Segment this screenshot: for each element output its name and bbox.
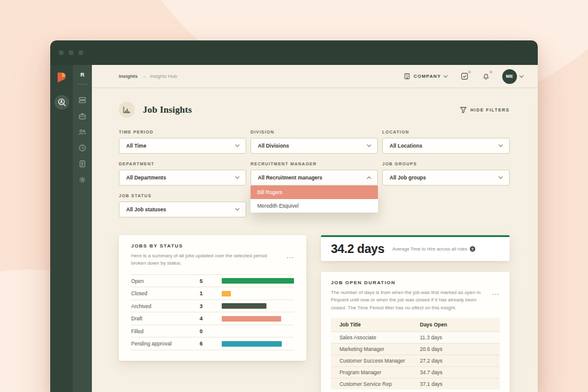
hide-filters-label: HIDE FILTERS	[470, 108, 510, 112]
card-menu-button[interactable]: ···	[492, 292, 500, 298]
chevron-down-icon	[235, 175, 239, 179]
card-title: JOB OPEN DURATION	[331, 280, 500, 285]
topbar: Insights → Insights Hub COMPANY	[92, 65, 538, 88]
clock-icon[interactable]	[78, 140, 86, 156]
gear-icon[interactable]	[78, 172, 86, 187]
job-groups-select[interactable]: All Job groups	[382, 170, 510, 186]
status-label: Filled	[131, 328, 200, 334]
chevron-down-icon	[499, 175, 503, 179]
pinpoint-logo-icon[interactable]	[56, 72, 67, 86]
status-count: 5	[200, 278, 222, 284]
briefcase-icon[interactable]	[78, 108, 86, 124]
days-open-cell: 34.7 days	[420, 369, 491, 375]
breadcrumb-insights-hub[interactable]: Insights Hub	[150, 74, 177, 79]
chevron-down-icon	[499, 143, 503, 147]
days-open-cell: 37.1 days	[420, 381, 491, 387]
hide-filters-button[interactable]: HIDE FILTERS	[460, 107, 510, 113]
card-description: The number of days is from when the job …	[331, 289, 492, 312]
status-count: 0	[200, 328, 222, 334]
filter-recruitment-manager: RECRUITMENT MANAGER All Recruitment mana…	[251, 162, 378, 186]
window-control-dot[interactable]	[78, 50, 83, 55]
help-icon[interactable]: ?	[470, 246, 475, 252]
filter-time-period: TIME PERIOD All Time	[119, 130, 246, 154]
filter-label: DEPARTMENT	[119, 162, 246, 166]
division-select[interactable]: All Divisions	[251, 138, 378, 154]
select-value: All Locations	[390, 143, 422, 149]
chevron-down-icon	[443, 74, 448, 78]
user-menu-button[interactable]: ME	[502, 69, 523, 84]
filter-label: JOB GROUPS	[382, 162, 510, 166]
job-open-duration-table: Job Title Days Open Sales Associate 11.3…	[331, 318, 500, 390]
chart-row: Open 5	[131, 275, 294, 288]
table-row: Marketing Manager 20.6 days	[331, 343, 500, 355]
company-menu-button[interactable]: COMPANY	[404, 73, 447, 80]
status-label: Draft	[131, 315, 200, 322]
status-count: 3	[200, 303, 222, 309]
chart-row: Closed 1	[131, 287, 294, 300]
workspace-switcher[interactable]: R	[80, 72, 85, 78]
filter-job-groups: JOB GROUPS All Job groups	[382, 162, 510, 186]
column-header: Days Open	[420, 322, 491, 328]
select-value: All Job statuses	[126, 206, 166, 213]
chart-row: Draft 4	[131, 312, 294, 325]
recruitment-manager-select[interactable]: All Recruitment managers	[251, 170, 378, 186]
breadcrumb-insights[interactable]: Insights	[119, 74, 138, 79]
dropdown-option-meredith-esquivel[interactable]: Meredith Esquivel	[251, 199, 378, 213]
table-header-row: Job Title Days Open	[331, 318, 500, 331]
bell-icon	[482, 72, 490, 80]
time-period-select[interactable]: All Time	[119, 138, 246, 154]
app-window: R	[50, 40, 538, 392]
list-icon[interactable]	[78, 92, 86, 108]
table-row: Program Manager 34.7 days	[331, 366, 500, 378]
nav-rail: R	[73, 65, 92, 392]
select-value: All Time	[126, 143, 146, 149]
dropdown-option-bill-rogers[interactable]: Bill Rogers	[251, 186, 378, 199]
select-value: All Divisions	[258, 143, 289, 149]
window-control-dot[interactable]	[59, 50, 64, 55]
filter-label: TIME PERIOD	[119, 130, 246, 134]
jobs-by-status-card: JOBS BY STATUS Here is a summary of all …	[119, 235, 306, 361]
chart-row: Archived 3	[131, 300, 294, 313]
window-titlebar	[50, 40, 538, 65]
table-row: Customer Success Manager 27.2 days	[331, 355, 500, 366]
table-row: Customer Service Rep 37.1 days	[331, 378, 500, 390]
time-to-hire-caption: Average Time to Hire across all roles	[393, 246, 467, 252]
location-select[interactable]: All Locations	[382, 138, 510, 154]
chevron-up-icon	[367, 176, 371, 181]
candidate-search-button[interactable]	[55, 95, 69, 110]
status-bar	[222, 303, 266, 309]
job-title-cell: Program Manager	[339, 369, 420, 375]
job-title-cell: Customer Service Rep	[339, 381, 420, 387]
notifications-button[interactable]	[482, 72, 490, 80]
job-open-duration-card: JOB OPEN DURATION The number of days is …	[321, 272, 510, 392]
chart-row: Pending approval 6	[131, 337, 294, 350]
filter-division: DIVISION All Divisions	[251, 130, 378, 154]
chart-row: Filled 0	[131, 325, 294, 338]
status-label: Pending approval	[131, 341, 200, 347]
select-value: All Departments	[126, 175, 166, 181]
department-select[interactable]: All Departments	[119, 170, 246, 186]
avatar: ME	[502, 69, 517, 84]
days-open-cell: 11.3 days	[420, 334, 491, 341]
card-menu-button[interactable]: ···	[287, 255, 294, 261]
select-value: All Recruitment managers	[258, 175, 322, 181]
time-to-hire-card: 34.2 days Average Time to Hire across al…	[321, 235, 510, 261]
notification-badge	[468, 70, 471, 74]
people-icon[interactable]	[78, 124, 86, 140]
status-bar	[222, 316, 281, 322]
status-count: 4	[200, 315, 222, 322]
chevron-down-icon	[235, 206, 239, 211]
filter-label: DIVISION	[251, 130, 378, 134]
tasks-button[interactable]	[461, 72, 469, 80]
page-title: Job Insights	[143, 105, 192, 115]
chevron-down-icon	[519, 74, 524, 78]
document-icon[interactable]	[78, 156, 86, 172]
recruitment-manager-dropdown: Bill Rogers Meredith Esquivel	[251, 186, 378, 213]
insights-chart-icon	[119, 102, 135, 118]
job-status-select[interactable]: All Job statuses	[119, 202, 246, 217]
filter-job-status: JOB STATUS All Job statuses	[119, 194, 246, 217]
window-control-dot[interactable]	[69, 50, 74, 55]
filter-label: JOB STATUS	[119, 194, 246, 198]
status-label: Open	[131, 278, 200, 284]
funnel-icon	[460, 107, 467, 113]
